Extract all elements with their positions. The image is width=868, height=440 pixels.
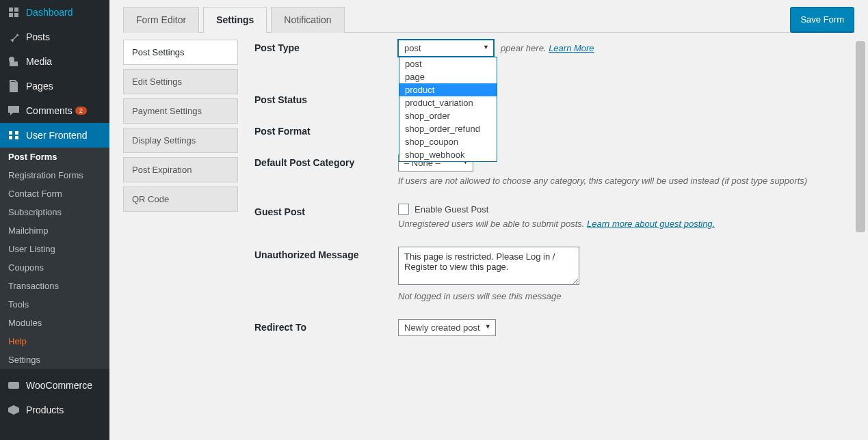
label-redirect: Redirect To	[254, 319, 398, 333]
admin-sidebar: Dashboard Posts Media Pages Comments 2 U…	[0, 0, 109, 440]
label-default-category: Default Post Category	[254, 154, 398, 168]
pages-icon	[7, 79, 21, 93]
save-form-button[interactable]: Save Form	[790, 7, 854, 32]
svg-point-0	[9, 57, 14, 62]
post-type-select[interactable]: post post page product product_variation…	[398, 40, 494, 57]
option-shop-coupon[interactable]: shop_coupon	[399, 135, 497, 148]
pin-icon	[7, 30, 21, 44]
label-post-status: Post Status	[254, 92, 398, 105]
sidebar-item-label: Dashboard	[26, 7, 73, 18]
sidebar-item-posts[interactable]: Posts	[0, 25, 109, 49]
option-shop-webhook[interactable]: shop_webhook	[399, 148, 497, 161]
sidebar-item-dashboard[interactable]: Dashboard	[0, 0, 109, 25]
label-post-format: Post Format	[254, 123, 398, 137]
nav-payment-settings[interactable]: Payment Settings	[123, 98, 238, 124]
sidebar-item-label: Media	[26, 56, 52, 67]
frontend-icon	[7, 128, 21, 142]
option-page[interactable]: page	[399, 70, 497, 83]
option-post[interactable]: post	[399, 57, 497, 70]
sub-post-forms[interactable]: Post Forms	[0, 148, 109, 166]
sidebar-item-label: WooCommerce	[26, 380, 92, 391]
redirect-select[interactable]: Newly created post	[398, 319, 496, 336]
sidebar-item-comments[interactable]: Comments 2	[0, 98, 109, 123]
nav-post-expiration[interactable]: Post Expiration	[123, 157, 238, 182]
media-icon	[7, 55, 21, 68]
sidebar-item-media[interactable]: Media	[0, 49, 109, 74]
sub-tools[interactable]: Tools	[0, 295, 109, 314]
sidebar-item-label: Comments	[26, 105, 73, 116]
sidebar-item-products[interactable]: Products	[0, 398, 109, 422]
sidebar-item-label: User Frontend	[26, 130, 87, 141]
guest-post-checkbox-label: Enable Guest Post	[415, 204, 488, 215]
unauthorized-help: Not logged in users will see this messag…	[398, 291, 827, 301]
svg-rect-1	[8, 382, 19, 389]
guest-post-checkbox[interactable]	[398, 204, 409, 215]
dashboard-icon	[7, 5, 21, 19]
post-type-dropdown: post page product product_variation shop…	[399, 57, 497, 162]
sub-coupons[interactable]: Coupons	[0, 258, 109, 277]
option-product-variation[interactable]: product_variation	[399, 96, 497, 109]
guest-post-help: Unregistered users will be able to submi…	[398, 219, 584, 229]
learn-more-link[interactable]: Learn More	[549, 43, 594, 53]
tab-settings[interactable]: Settings	[203, 7, 267, 33]
sidebar-item-label: Pages	[26, 81, 53, 92]
tab-form-editor[interactable]: Form Editor	[123, 7, 199, 33]
sub-settings[interactable]: Settings	[0, 350, 109, 369]
settings-nav: Post Settings Edit Settings Payment Sett…	[123, 40, 238, 354]
nav-post-settings[interactable]: Post Settings	[123, 40, 238, 65]
guest-post-learn-more-link[interactable]: Learn more about guest posting.	[587, 219, 715, 229]
post-type-help: ppear here.	[501, 43, 547, 53]
nav-display-settings[interactable]: Display Settings	[123, 128, 238, 153]
tab-notification[interactable]: Notification	[271, 7, 344, 33]
label-unauthorized: Unauthorized Message	[254, 247, 398, 260]
default-category-help: If users are not allowed to choose any c…	[398, 176, 827, 186]
sub-contact-form[interactable]: Contact Form	[0, 184, 109, 203]
sidebar-item-woocommerce[interactable]: WooCommerce	[0, 373, 109, 398]
sub-help[interactable]: Help	[0, 332, 109, 350]
comment-icon	[7, 104, 21, 118]
main-content: Form Editor Settings Notification Save F…	[109, 0, 868, 440]
woo-icon	[7, 379, 21, 392]
nav-qr-code[interactable]: QR Code	[123, 187, 238, 212]
sidebar-item-user-frontend[interactable]: User Frontend	[0, 123, 109, 148]
sidebar-submenu: Post Forms Registration Forms Contact Fo…	[0, 148, 109, 369]
label-guest-post: Guest Post	[254, 204, 398, 217]
products-icon	[7, 403, 21, 417]
form-tabs: Form Editor Settings Notification Save F…	[123, 7, 854, 33]
option-product[interactable]: product	[399, 83, 497, 96]
unauthorized-message-textarea[interactable]	[398, 247, 579, 285]
settings-form: Post Type post post page product product…	[254, 40, 854, 354]
sidebar-item-pages[interactable]: Pages	[0, 74, 109, 98]
sub-user-listing[interactable]: User Listing	[0, 240, 109, 258]
sidebar-item-label: Posts	[26, 31, 50, 42]
sub-subscriptions[interactable]: Subscriptions	[0, 203, 109, 221]
sidebar-item-label: Products	[26, 404, 64, 415]
option-shop-order-refund[interactable]: shop_order_refund	[399, 122, 497, 135]
option-shop-order[interactable]: shop_order	[399, 109, 497, 122]
sub-transactions[interactable]: Transactions	[0, 277, 109, 295]
scrollbar-thumb[interactable]	[856, 41, 865, 232]
nav-edit-settings[interactable]: Edit Settings	[123, 69, 238, 94]
sub-registration-forms[interactable]: Registration Forms	[0, 166, 109, 184]
sub-mailchimp[interactable]: Mailchimp	[0, 221, 109, 240]
comment-count-badge: 2	[75, 107, 87, 115]
label-post-type: Post Type	[254, 40, 398, 53]
sub-modules[interactable]: Modules	[0, 314, 109, 332]
